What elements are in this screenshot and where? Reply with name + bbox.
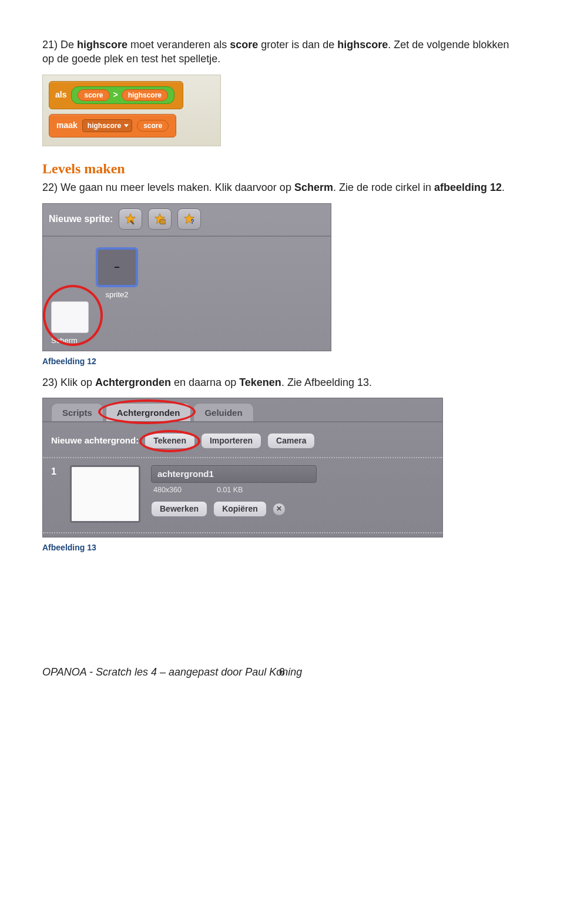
background-item: 1 achtergrond1 480x360 0.01 KB Bewerken … [43, 458, 442, 533]
bg-dimensions: 480x360 [153, 485, 182, 495]
bold-achtergronden: Achtergronden [95, 377, 171, 388]
text: en daarna op [171, 377, 239, 388]
footer-credit: OPANOA - Scratch les 4 – aangepast door … [42, 665, 302, 679]
stage-thumb [51, 301, 89, 333]
caption-afbeelding-13: Afbeelding 13 [42, 542, 522, 553]
para-21: 21) De highscore moet veranderen als sco… [42, 38, 522, 66]
bold-afbeelding12: afbeelding 12 [434, 182, 502, 193]
bold-tekenen: Tekenen [239, 377, 281, 388]
if-block: als score > highscore [49, 81, 183, 109]
text: . [502, 182, 505, 193]
surprise-sprite-button[interactable]: ? [177, 209, 201, 230]
camera-background-button[interactable]: Camera [267, 433, 315, 449]
star-folder-icon [154, 213, 166, 225]
close-icon: ✕ [276, 504, 282, 513]
bg-name-field[interactable]: achtergrond1 [151, 465, 317, 483]
sprite-panel-image: Nieuwe sprite: ? sprite2 Scherm [42, 203, 331, 351]
text: 23) Klik op [42, 377, 95, 388]
import-background-button[interactable]: Importeren [201, 433, 261, 449]
sprite-cell[interactable]: sprite2 [96, 247, 138, 347]
set-label: maak [56, 120, 78, 131]
para-22: 22) We gaan nu meer levels maken. Klik d… [42, 180, 522, 194]
choose-sprite-button[interactable] [148, 209, 172, 230]
text: 21) De [42, 39, 77, 51]
star-question-icon: ? [183, 213, 195, 225]
bold-scherm: Scherm [294, 182, 333, 193]
tab-scripts[interactable]: Scripts [51, 403, 103, 421]
set-value: score [137, 120, 169, 132]
text: 22) We gaan nu meer levels maken. Klik d… [42, 182, 294, 193]
svg-rect-3 [160, 219, 166, 224]
var-score: score [78, 89, 109, 101]
tab-geluiden[interactable]: Geluiden [193, 403, 253, 421]
set-dropdown: highscore [82, 119, 132, 132]
caption-afbeelding-12: Afbeelding 12 [42, 356, 522, 367]
page-footer: OPANOA - Scratch les 4 – aangepast door … [42, 665, 522, 679]
new-background-label: Nieuwe achtergrond: [51, 435, 139, 446]
heading-levels-maken: Levels maken [42, 159, 522, 178]
sprite-thumb [96, 247, 138, 287]
edit-bg-button[interactable]: Bewerken [151, 501, 207, 517]
bg-thumb[interactable] [70, 465, 140, 523]
gt-operator: > [113, 89, 118, 100]
svg-marker-0 [126, 213, 136, 223]
sprite-dot-icon [115, 267, 119, 268]
condition-block: score > highscore [71, 86, 174, 104]
bold-highscore-2: highscore [337, 39, 388, 51]
bold-highscore: highscore [77, 39, 127, 51]
new-sprite-label: Nieuwe sprite: [49, 213, 113, 226]
text: groter is dan de [258, 39, 337, 51]
set-block: maak highscore score [49, 114, 176, 137]
delete-bg-button[interactable]: ✕ [273, 503, 286, 516]
bg-size: 0.01 KB [217, 485, 243, 495]
var-highscore: highscore [122, 89, 168, 101]
stage-label: Scherm [45, 335, 102, 346]
bg-meta: achtergrond1 480x360 0.01 KB Bewerken Ko… [151, 465, 434, 523]
para-23: 23) Klik op Achtergronden en daarna op T… [42, 375, 522, 389]
text: moet veranderen als [127, 39, 230, 51]
bg-index: 1 [51, 465, 59, 523]
new-background-row: Nieuwe achtergrond: Tekenen Importeren C… [43, 422, 442, 458]
bg-button-row: Bewerken Kopiëren ✕ [151, 501, 434, 517]
tab-achtergronden[interactable]: Achtergronden [106, 403, 192, 421]
btn-label: Tekenen [153, 436, 186, 445]
tabs: Scripts Achtergronden Geluiden [43, 398, 442, 422]
paint-sprite-button[interactable] [119, 209, 142, 230]
bold-score: score [230, 39, 258, 51]
sprite-panel-header: Nieuwe sprite: ? [43, 204, 331, 237]
copy-bg-button[interactable]: Kopiëren [213, 501, 267, 517]
bg-meta-row: 480x360 0.01 KB [151, 485, 434, 495]
background-panel-image: Scripts Achtergronden Geluiden Nieuwe ac… [42, 398, 443, 537]
paint-background-button[interactable]: Tekenen [145, 433, 195, 449]
sprite-name: sprite2 [96, 290, 138, 300]
text: . Zie de rode cirkel in [333, 182, 434, 193]
star-brush-icon [125, 213, 136, 225]
if-label: als [55, 89, 66, 100]
svg-text:?: ? [191, 219, 194, 225]
stage-cell[interactable]: Scherm [43, 301, 102, 346]
scratch-block-image: als score > highscore maak highscore sco… [42, 75, 221, 146]
text: . Zie Afbeelding 13. [281, 377, 372, 388]
